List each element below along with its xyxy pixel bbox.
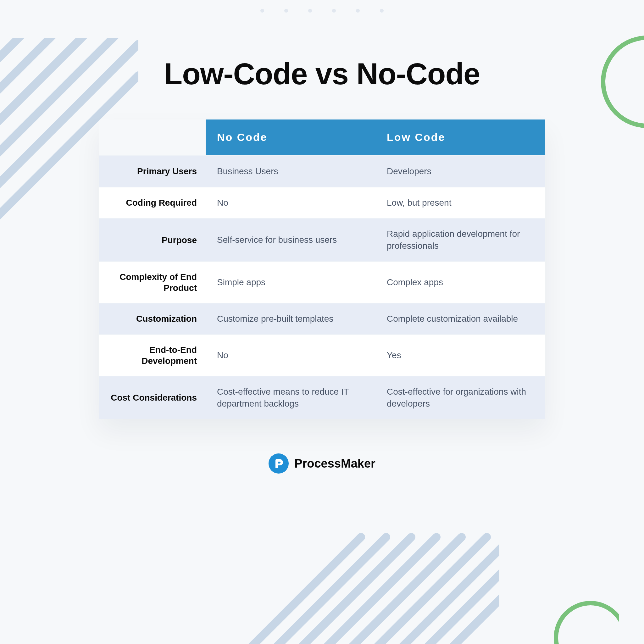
table-corner-cell xyxy=(99,119,206,155)
svg-line-15 xyxy=(411,537,499,644)
row-label: Complexity of End Product xyxy=(99,262,206,303)
table-row: Cost Considerations Cost-effective means… xyxy=(99,376,545,419)
table-row: Complexity of End Product Simple apps Co… xyxy=(99,261,545,303)
row-label: Cost Considerations xyxy=(99,376,206,419)
cell-low-code: Rapid application development for profes… xyxy=(375,219,545,261)
cell-low-code: Low, but present xyxy=(375,187,545,218)
table-header-row: No Code Low Code xyxy=(99,119,545,155)
svg-line-13 xyxy=(361,537,487,644)
cell-no-code: Simple apps xyxy=(206,262,375,303)
brand-footer: ProcessMaker xyxy=(83,453,561,474)
cell-no-code: Customize pre-built templates xyxy=(206,303,375,334)
cell-no-code: No xyxy=(206,335,375,376)
svg-line-11 xyxy=(311,537,436,644)
brand-name: ProcessMaker xyxy=(294,457,375,470)
cell-no-code: Business Users xyxy=(206,156,375,187)
svg-line-1 xyxy=(0,38,63,107)
row-label: Primary Users xyxy=(99,156,206,187)
cell-no-code: No xyxy=(206,187,375,218)
table-row: Customization Customize pre-built templa… xyxy=(99,303,545,334)
comparison-table: No Code Low Code Primary Users Business … xyxy=(99,119,545,419)
cell-low-code: Complete customization available xyxy=(375,303,545,334)
svg-line-2 xyxy=(0,38,82,138)
decorative-circle-bottom-right xyxy=(537,575,619,644)
cell-low-code: Developers xyxy=(375,156,545,187)
cell-low-code: Complex apps xyxy=(375,262,545,303)
cell-no-code: Self-service for business users xyxy=(206,219,375,261)
row-label: Customization xyxy=(99,303,206,334)
column-header-no-code: No Code xyxy=(206,119,375,155)
table-row: End-to-End Development No Yes xyxy=(99,334,545,376)
svg-point-17 xyxy=(556,603,619,644)
cell-low-code: Cost-effective for organizations with de… xyxy=(375,376,545,419)
decorative-circle-top-right xyxy=(575,35,644,142)
row-label: Purpose xyxy=(99,219,206,261)
table-row: Purpose Self-service for business users … xyxy=(99,218,545,261)
svg-line-12 xyxy=(336,537,462,644)
column-header-low-code: Low Code xyxy=(375,119,545,155)
svg-line-14 xyxy=(386,537,499,644)
svg-line-8 xyxy=(235,537,361,644)
svg-line-16 xyxy=(436,537,499,644)
page-title: Low-Code vs No-Code xyxy=(83,57,561,91)
row-label: End-to-End Development xyxy=(99,335,206,376)
table-row: Primary Users Business Users Developers xyxy=(99,155,545,187)
svg-line-9 xyxy=(260,537,386,644)
table-row: Coding Required No Low, but present xyxy=(99,187,545,218)
cell-low-code: Yes xyxy=(375,335,545,376)
svg-line-10 xyxy=(286,537,411,644)
brand-logo-icon xyxy=(269,453,289,474)
row-label: Coding Required xyxy=(99,187,206,218)
svg-point-7 xyxy=(603,38,644,126)
svg-line-0 xyxy=(0,38,44,75)
cell-no-code: Cost-effective means to reduce IT depart… xyxy=(206,376,375,419)
